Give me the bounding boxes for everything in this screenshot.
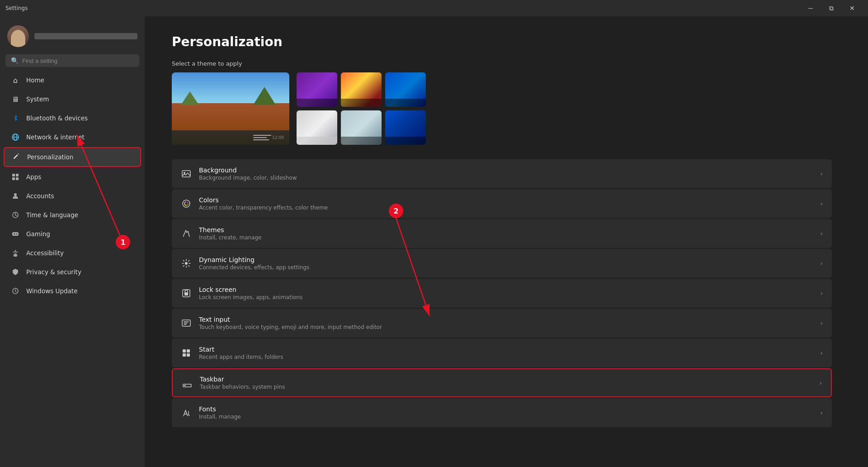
apps-icon xyxy=(11,172,20,181)
theme-section-label: Select a theme to apply xyxy=(172,60,832,67)
svg-rect-20 xyxy=(187,349,190,353)
theme-thumbnails xyxy=(297,72,426,145)
sidebar-item-gaming[interactable]: Gaming xyxy=(4,225,141,243)
theme-grid: 12:00 xyxy=(172,72,832,145)
gaming-icon xyxy=(11,229,20,238)
sidebar-item-windows-update[interactable]: Windows Update xyxy=(4,282,141,300)
settings-item-desc: Recent apps and items, folders xyxy=(199,354,813,360)
chevron-right-icon: › xyxy=(819,379,822,386)
home-icon: ⌂ xyxy=(11,76,20,85)
sidebar-item-accounts[interactable]: Accounts xyxy=(4,187,141,205)
sidebar-item-label: Bluetooth & devices xyxy=(26,114,88,122)
theme-thumb-1[interactable] xyxy=(297,72,337,107)
close-button[interactable]: ✕ xyxy=(842,0,863,16)
settings-item-desc: Install, create, manage xyxy=(199,234,813,241)
page-title: Personalization xyxy=(172,34,832,49)
svg-rect-6 xyxy=(16,177,19,180)
settings-item-lock-screen[interactable]: Lock screen Lock screen images, apps, an… xyxy=(172,279,832,308)
sidebar-item-network[interactable]: Network & internet xyxy=(4,128,141,146)
svg-rect-4 xyxy=(16,174,19,176)
sidebar-item-home[interactable]: ⌂ Home xyxy=(4,71,141,89)
svg-rect-21 xyxy=(183,353,186,357)
sidebar-item-privacy[interactable]: Privacy & security xyxy=(4,263,141,281)
search-box[interactable]: 🔍 xyxy=(5,54,139,67)
theme-thumb-3[interactable] xyxy=(385,72,426,107)
settings-item-title: Lock screen xyxy=(199,286,813,293)
personalization-icon xyxy=(12,152,21,162)
titlebar: Settings ─ ⧉ ✕ xyxy=(0,0,868,16)
svg-rect-22 xyxy=(187,353,190,357)
settings-item-dynamic-lighting[interactable]: Dynamic Lighting Connected devices, effe… xyxy=(172,249,832,278)
sidebar: 🔍 ⌂ Home 🖥 System Bluetooth & devices Ne… xyxy=(0,16,145,467)
sidebar-item-bluetooth[interactable]: Bluetooth & devices xyxy=(4,109,141,127)
settings-item-title: Themes xyxy=(199,226,813,234)
lock-screen-icon xyxy=(181,288,192,299)
settings-item-text-input[interactable]: Text input Touch keyboard, voice typing,… xyxy=(172,309,832,338)
theme-thumb-6[interactable] xyxy=(385,110,426,145)
settings-item-desc: Install, manage xyxy=(199,414,813,420)
svg-rect-9 xyxy=(12,232,19,236)
settings-item-desc: Touch keyboard, voice typing, emoji and … xyxy=(199,324,813,330)
sidebar-item-system[interactable]: 🖥 System xyxy=(4,90,141,108)
bluetooth-icon xyxy=(11,114,20,123)
settings-item-title: Taskbar xyxy=(200,376,812,383)
sidebar-item-accessibility[interactable]: Accessibility xyxy=(4,244,141,262)
chevron-right-icon: › xyxy=(820,260,823,267)
sidebar-item-personalization[interactable]: Personalization xyxy=(4,147,141,167)
svg-point-10 xyxy=(15,250,16,252)
sidebar-item-label: Personalization xyxy=(27,153,73,161)
settings-item-text: Lock screen Lock screen images, apps, an… xyxy=(199,286,813,300)
svg-rect-24 xyxy=(184,385,186,386)
theme-thumb-2[interactable] xyxy=(341,72,382,107)
settings-item-fonts[interactable]: Fonts Install, manage › xyxy=(172,398,832,427)
settings-item-start[interactable]: Start Recent apps and items, folders › xyxy=(172,338,832,367)
minimize-button[interactable]: ─ xyxy=(800,0,821,16)
theme-thumb-4[interactable] xyxy=(297,110,337,145)
settings-item-desc: Taskbar behaviors, system pins xyxy=(200,384,812,390)
time-icon xyxy=(11,210,20,219)
sidebar-item-label: Network & internet xyxy=(26,133,85,141)
window-controls: ─ ⧉ ✕ xyxy=(800,0,863,16)
theme-section: Select a theme to apply 12 xyxy=(172,60,832,145)
search-input[interactable] xyxy=(22,57,134,64)
settings-item-desc: Background image, color, slideshow xyxy=(199,175,813,181)
user-profile-header xyxy=(0,16,145,52)
settings-item-colors[interactable]: Colors Accent color, transparency effect… xyxy=(172,189,832,218)
fonts-icon xyxy=(181,407,192,418)
chevron-right-icon: › xyxy=(820,409,823,416)
sidebar-item-label: Accounts xyxy=(26,192,54,200)
settings-item-text: Taskbar Taskbar behaviors, system pins xyxy=(200,376,812,390)
privacy-icon xyxy=(11,267,20,276)
sidebar-item-label: Privacy & security xyxy=(26,268,81,276)
accessibility-icon xyxy=(11,248,20,257)
themes-icon xyxy=(181,228,192,239)
sidebar-item-label: Accessibility xyxy=(26,249,64,257)
settings-item-text: Colors Accent color, transparency effect… xyxy=(199,196,813,211)
settings-item-text: Text input Touch keyboard, voice typing,… xyxy=(199,316,813,330)
settings-item-text: Start Recent apps and items, folders xyxy=(199,346,813,360)
search-icon: 🔍 xyxy=(11,57,19,64)
svg-rect-12 xyxy=(182,171,190,177)
theme-thumb-5[interactable] xyxy=(341,110,382,145)
settings-item-background[interactable]: Background Background image, color, slid… xyxy=(172,159,832,188)
text-input-icon xyxy=(181,318,192,329)
restore-button[interactable]: ⧉ xyxy=(821,0,842,16)
settings-item-themes[interactable]: Themes Install, create, manage › xyxy=(172,219,832,248)
settings-item-title: Fonts xyxy=(199,405,813,413)
main-content: Personalization Select a theme to apply xyxy=(145,16,868,467)
user-name xyxy=(34,33,137,39)
sidebar-item-time[interactable]: Time & language xyxy=(4,206,141,224)
theme-preview-large[interactable]: 12:00 xyxy=(172,72,289,145)
settings-item-text: Dynamic Lighting Connected devices, effe… xyxy=(199,256,813,271)
windows-update-icon xyxy=(11,286,20,295)
settings-item-taskbar[interactable]: Taskbar Taskbar behaviors, system pins › xyxy=(172,368,832,397)
chevron-right-icon: › xyxy=(820,319,823,327)
settings-item-desc: Accent color, transparency effects, colo… xyxy=(199,205,813,211)
chevron-right-icon: › xyxy=(820,290,823,297)
sidebar-item-label: Gaming xyxy=(26,230,50,238)
system-icon: 🖥 xyxy=(11,95,20,104)
settings-item-title: Dynamic Lighting xyxy=(199,256,813,263)
sidebar-item-apps[interactable]: Apps xyxy=(4,168,141,186)
taskbar-icon xyxy=(182,377,193,388)
background-icon xyxy=(181,168,192,179)
